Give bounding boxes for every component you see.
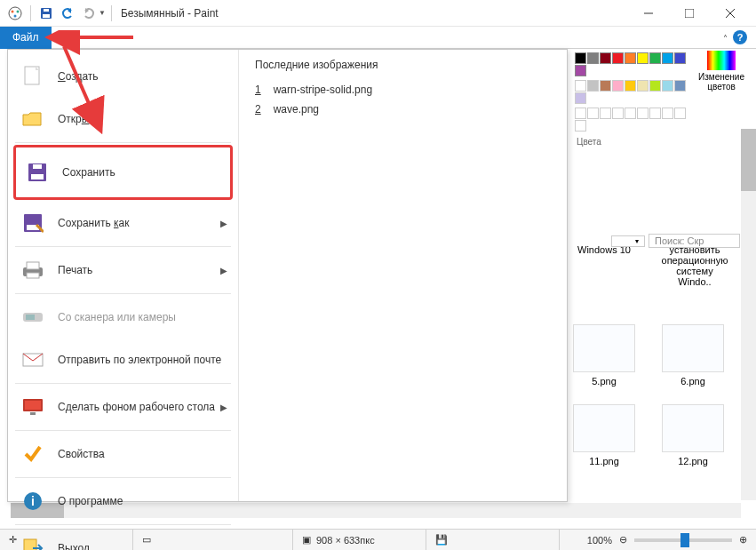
color-swatch[interactable] [625,80,636,92]
menu-create-label: оздать [66,70,99,83]
color-swatch[interactable] [674,52,686,64]
color-swatch[interactable] [600,52,611,64]
color-swatch-empty[interactable] [612,108,624,119]
file-thumb[interactable]: 12.png [657,404,728,466]
search-input[interactable]: Поиск: Скр [649,234,740,248]
menu-exit[interactable]: Выход [8,527,238,550]
save-icon[interactable] [36,4,56,23]
recent-file-item[interactable]: 2 wave.png [255,100,551,119]
folder-label[interactable]: Windows 10 [569,244,640,287]
svg-rect-13 [31,174,44,179]
info-icon: i [20,489,45,514]
menu-properties-label: Свойства [58,448,105,460]
recent-file-item[interactable]: 1 warn-stripe-solid.png [255,80,551,100]
color-swatch[interactable] [575,65,586,76]
menu-scanner[interactable]: Со сканера или камеры [8,296,238,339]
zoom-out-button[interactable]: ⊖ [619,534,627,546]
open-folder-icon [20,107,45,132]
minimize-button[interactable] [628,0,669,27]
svg-text:i: i [31,494,35,508]
menu-open[interactable]: Открыть [8,98,238,140]
chevron-right-icon: ▶ [220,266,227,275]
edit-colors-button[interactable]: Изменение цветов [694,49,749,92]
color-swatch[interactable] [649,52,661,64]
color-swatch[interactable] [612,80,624,92]
zoom-in-button[interactable]: ⊕ [739,534,747,546]
color-swatch[interactable] [637,80,649,92]
color-swatch[interactable] [662,80,673,92]
svg-rect-21 [26,315,35,320]
color-swatch-empty[interactable] [587,108,599,119]
paint-logo-icon[interactable] [5,4,25,23]
svg-point-0 [9,7,21,20]
save-icon [25,160,50,185]
color-swatch-empty[interactable] [637,108,649,119]
vertical-scrollbar[interactable] [741,129,756,500]
colors-group-label: Цвета [569,132,756,147]
file-thumb[interactable]: 6.png [657,324,728,387]
color-swatch[interactable] [575,52,586,64]
svg-rect-18 [27,262,39,269]
svg-point-1 [12,10,14,12]
color-swatch[interactable] [662,52,673,64]
ribbon-colors-group: Изменение цветов Цвета [569,49,756,147]
email-icon [20,347,45,372]
color-palette-row3 [569,104,694,132]
svg-point-2 [17,10,20,12]
recent-files-panel: Последние изображения 1 warn-stripe-soli… [239,50,567,501]
edit-colors-label: Изменение цветов [698,72,744,92]
menu-save-label: Сохранить [62,166,115,179]
checkmark-icon [20,442,45,466]
color-swatch[interactable] [637,52,649,64]
background-explorer: Windows 10 установить операционную систе… [569,244,740,466]
color-swatch-empty[interactable] [575,120,586,132]
menu-create[interactable]: Создать [8,55,238,98]
menu-save[interactable]: Сохранить [13,145,233,200]
file-thumb[interactable]: 11.png [569,404,640,466]
redo-icon[interactable] [79,4,99,23]
ribbon-collapse-icon[interactable]: ˄ [723,34,728,44]
zoom-slider[interactable] [634,538,732,542]
menu-email-label: Отправить по электронной почте [58,354,221,366]
color-palette-row2 [569,76,694,104]
file-thumb[interactable]: 5.png [569,324,640,387]
menu-properties[interactable]: Свойства [8,433,238,475]
file-size-icon: 💾 [435,534,448,546]
color-swatch[interactable] [600,80,611,92]
svg-point-3 [14,14,17,17]
close-button[interactable] [710,0,751,27]
color-swatch[interactable] [612,52,624,64]
color-swatch[interactable] [587,52,599,64]
menu-print-label: Печать [58,264,92,276]
color-swatch[interactable] [575,92,586,104]
color-swatch[interactable] [625,52,636,64]
color-swatch-empty[interactable] [600,108,611,119]
color-swatch[interactable] [674,80,686,92]
color-swatch-empty[interactable] [649,108,661,119]
help-icon[interactable]: ? [733,30,747,44]
view-dropdown[interactable]: ▾ [611,235,645,247]
color-swatch[interactable] [587,80,599,92]
maximize-button[interactable] [669,0,710,27]
menu-wallpaper[interactable]: Сделать фоном рабочего стола ▶ [8,386,238,428]
color-swatch[interactable] [575,80,586,92]
undo-icon[interactable] [58,4,77,23]
rainbow-icon [707,51,736,70]
color-swatch-empty[interactable] [625,108,636,119]
menu-about[interactable]: i О программе [8,480,238,522]
file-tab[interactable]: Файл [0,27,52,49]
color-swatch-empty[interactable] [575,108,586,119]
printer-icon [20,258,45,283]
folder-label[interactable]: установить операционную систему Windo.. [659,244,730,287]
menu-save-as[interactable]: Сохранить как ▶ [8,202,238,244]
canvas-dimensions: 908 × 633пкс [316,535,375,546]
recent-files-title: Последние изображения [255,59,551,71]
color-swatch[interactable] [649,80,661,92]
menu-print[interactable]: Печать ▶ [8,249,238,291]
color-swatch-empty[interactable] [662,108,673,119]
color-swatch-empty[interactable] [674,108,686,119]
menu-email[interactable]: Отправить по электронной почте [8,339,238,381]
exit-icon [20,536,45,550]
new-file-icon [20,64,45,89]
menu-wallpaper-label: Сделать фоном рабочего стола [58,401,215,413]
